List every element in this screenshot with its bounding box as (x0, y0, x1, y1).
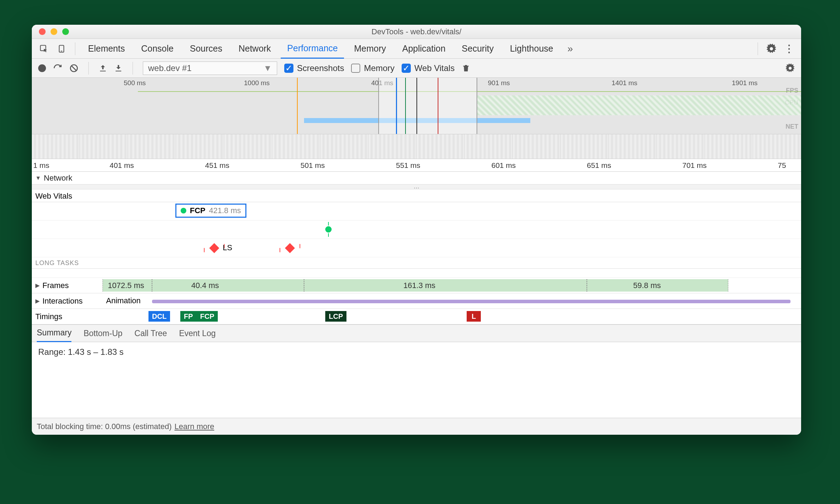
layout-shift-marker[interactable] (209, 243, 219, 253)
upload-profile-icon[interactable] (99, 64, 107, 72)
tab-performance[interactable]: Performance (281, 39, 344, 59)
fcp-tooltip[interactable]: FCP 421.8 ms (175, 204, 246, 218)
time-ruler[interactable]: 1 ms 401 ms 451 ms 501 ms 551 ms 601 ms … (32, 159, 801, 172)
collapse-handle[interactable]: ⋯ (32, 184, 801, 189)
lcp-good-marker[interactable] (325, 226, 332, 233)
trash-icon[interactable] (462, 64, 470, 72)
tab-sources[interactable]: Sources (183, 39, 229, 59)
svg-line-4 (72, 66, 76, 70)
long-tasks-header: LONG TASKS (32, 257, 801, 269)
animation-bar[interactable] (152, 300, 791, 303)
frame-segment[interactable]: 161.3 ms (304, 279, 587, 292)
tab-network[interactable]: Network (232, 39, 278, 59)
svg-rect-6 (116, 71, 121, 71)
tab-elements[interactable]: Elements (82, 39, 131, 59)
timing-dcl[interactable]: DCL (148, 311, 170, 322)
summary-panel: Range: 1.43 s – 1.83 s (32, 342, 801, 418)
clear-icon[interactable] (69, 64, 78, 73)
details-tabs: Summary Bottom-Up Call Tree Event Log (32, 324, 801, 342)
frames-track[interactable]: ▶Frames 1072.5 ms 40.4 ms 161.3 ms 59.8 … (32, 278, 801, 293)
checkbox-checked-icon: ✓ (284, 64, 293, 73)
web-vitals-section: Web Vitals FCP 421.8 ms LS LONG TASKS (32, 189, 801, 278)
frame-segment[interactable]: 59.8 ms (587, 279, 728, 292)
layout-shift-marker[interactable] (285, 243, 295, 253)
triangle-right-icon: ▶ (35, 282, 40, 289)
long-tasks-lane[interactable] (32, 269, 801, 278)
checkbox-unchecked-icon (351, 64, 360, 73)
timing-fp[interactable]: FP (180, 311, 197, 322)
tab-application[interactable]: Application (396, 39, 452, 59)
total-blocking-time: Total blocking time: 0.00ms (estimated) (37, 422, 172, 431)
tab-console[interactable]: Console (135, 39, 180, 59)
profile-select[interactable]: web.dev #1 ▼ (143, 61, 277, 75)
timeline-overview[interactable]: 500 ms 1000 ms 401 ms 901 ms 1401 ms 190… (32, 78, 801, 134)
main-tabs: Elements Console Sources Network Perform… (32, 39, 801, 59)
network-track-header[interactable]: ▼Network (32, 172, 801, 184)
checkbox-checked-icon: ✓ (402, 64, 411, 73)
web-vitals-checkbox[interactable]: ✓ Web Vitals (402, 63, 455, 73)
chevron-down-icon: ▼ (263, 63, 272, 73)
web-vitals-ls-lane[interactable]: LS (32, 239, 801, 257)
timing-fcp[interactable]: FCP (197, 311, 218, 322)
web-vitals-header: Web Vitals (32, 189, 801, 202)
devtools-window: DevTools - web.dev/vitals/ Elements Cons… (32, 25, 801, 435)
summary-range: Range: 1.43 s – 1.83 s (38, 347, 124, 357)
download-profile-icon[interactable] (114, 64, 123, 72)
window-title: DevTools - web.dev/vitals/ (32, 27, 801, 36)
tab-summary[interactable]: Summary (37, 324, 71, 342)
device-toolbar-icon[interactable] (54, 42, 69, 56)
triangle-right-icon: ▶ (35, 298, 40, 304)
green-dot-icon (181, 208, 186, 213)
record-button[interactable] (38, 64, 46, 72)
performance-toolbar: web.dev #1 ▼ ✓ Screenshots Memory ✓ Web … (32, 59, 801, 78)
ls-label: LS (223, 243, 232, 252)
kebab-menu-icon[interactable]: ⋮ (782, 42, 796, 56)
footer-bar: Total blocking time: 0.00ms (estimated) … (32, 418, 801, 435)
reload-record-icon[interactable] (53, 64, 62, 73)
svg-rect-5 (100, 71, 106, 71)
web-vitals-fcp-lane[interactable]: FCP 421.8 ms (32, 202, 801, 221)
interactions-track[interactable]: ▶Interactions Animation (32, 293, 801, 309)
memory-checkbox[interactable]: Memory (351, 63, 395, 73)
timing-lcp[interactable]: LCP (325, 311, 346, 322)
tab-security[interactable]: Security (455, 39, 500, 59)
capture-settings-gear-icon[interactable] (786, 64, 795, 73)
timings-track[interactable]: Timings DCL FP FCP LCP L (32, 309, 801, 324)
profile-select-label: web.dev #1 (148, 63, 192, 73)
web-vitals-lcp-lane[interactable] (32, 221, 801, 239)
tab-lighthouse[interactable]: Lighthouse (503, 39, 559, 59)
frame-segment[interactable]: 40.4 ms (152, 279, 304, 292)
screenshot-filmstrip[interactable] (32, 134, 801, 159)
inspect-element-icon[interactable] (37, 42, 51, 56)
tab-call-tree[interactable]: Call Tree (134, 329, 167, 338)
timing-l[interactable]: L (467, 311, 481, 322)
learn-more-link[interactable]: Learn more (175, 422, 215, 431)
more-tabs-icon[interactable]: » (563, 42, 577, 56)
screenshots-checkbox[interactable]: ✓ Screenshots (284, 63, 344, 73)
settings-gear-icon[interactable] (764, 42, 778, 56)
tab-memory[interactable]: Memory (348, 39, 392, 59)
animation-label: Animation (106, 296, 141, 305)
tab-bottom-up[interactable]: Bottom-Up (83, 329, 122, 338)
tab-event-log[interactable]: Event Log (179, 329, 216, 338)
overview-selection[interactable] (378, 78, 477, 134)
frame-segment[interactable]: 1072.5 ms (103, 279, 152, 292)
triangle-down-icon: ▼ (35, 175, 41, 181)
titlebar: DevTools - web.dev/vitals/ (32, 25, 801, 39)
